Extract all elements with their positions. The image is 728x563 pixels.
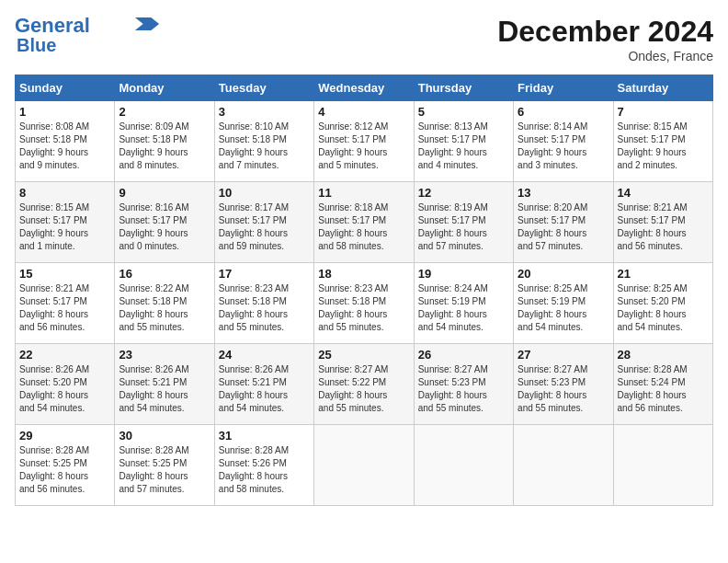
- calendar-cell: 10Sunrise: 8:17 AM Sunset: 5:17 PM Dayli…: [214, 182, 313, 263]
- month-title: December 2024: [497, 15, 713, 49]
- col-header-monday: Monday: [115, 75, 214, 101]
- day-info: Sunrise: 8:27 AM Sunset: 5:23 PM Dayligh…: [518, 363, 609, 415]
- day-info: Sunrise: 8:18 AM Sunset: 5:17 PM Dayligh…: [318, 201, 409, 253]
- day-number: 5: [418, 105, 509, 119]
- day-number: 8: [19, 186, 110, 200]
- col-header-tuesday: Tuesday: [214, 75, 313, 101]
- logo-text: General: [15, 15, 90, 37]
- calendar-cell: 6Sunrise: 8:14 AM Sunset: 5:17 PM Daylig…: [514, 101, 613, 182]
- day-info: Sunrise: 8:16 AM Sunset: 5:17 PM Dayligh…: [119, 201, 210, 253]
- calendar-cell: 3Sunrise: 8:10 AM Sunset: 5:18 PM Daylig…: [214, 101, 313, 182]
- day-number: 28: [618, 348, 709, 362]
- col-header-wednesday: Wednesday: [314, 75, 414, 101]
- day-info: Sunrise: 8:12 AM Sunset: 5:17 PM Dayligh…: [318, 121, 409, 172]
- day-number: 11: [318, 186, 409, 200]
- week-row-3: 15Sunrise: 8:21 AM Sunset: 5:17 PM Dayli…: [16, 263, 713, 344]
- day-info: Sunrise: 8:28 AM Sunset: 5:25 PM Dayligh…: [119, 444, 210, 496]
- logo-icon: [134, 17, 160, 30]
- day-info: Sunrise: 8:25 AM Sunset: 5:20 PM Dayligh…: [618, 282, 709, 334]
- calendar-cell: 18Sunrise: 8:23 AM Sunset: 5:18 PM Dayli…: [314, 263, 414, 344]
- day-number: 1: [19, 105, 110, 119]
- calendar-cell: 31Sunrise: 8:28 AM Sunset: 5:26 PM Dayli…: [214, 425, 313, 506]
- calendar-cell: 24Sunrise: 8:26 AM Sunset: 5:21 PM Dayli…: [214, 344, 313, 425]
- day-number: 13: [518, 186, 609, 200]
- day-info: Sunrise: 8:24 AM Sunset: 5:19 PM Dayligh…: [418, 282, 509, 334]
- day-info: Sunrise: 8:21 AM Sunset: 5:17 PM Dayligh…: [618, 201, 709, 253]
- calendar-cell: 8Sunrise: 8:15 AM Sunset: 5:17 PM Daylig…: [16, 182, 115, 263]
- calendar-cell: 29Sunrise: 8:28 AM Sunset: 5:25 PM Dayli…: [16, 425, 115, 506]
- calendar-cell: [314, 425, 414, 506]
- day-info: Sunrise: 8:23 AM Sunset: 5:18 PM Dayligh…: [219, 282, 310, 334]
- calendar-cell: 14Sunrise: 8:21 AM Sunset: 5:17 PM Dayli…: [613, 182, 712, 263]
- day-number: 26: [418, 348, 509, 362]
- day-number: 7: [618, 105, 709, 119]
- day-number: 25: [318, 348, 409, 362]
- day-info: Sunrise: 8:13 AM Sunset: 5:17 PM Dayligh…: [418, 121, 509, 172]
- logo: General Blue: [15, 15, 160, 55]
- day-number: 6: [518, 105, 609, 119]
- week-row-5: 29Sunrise: 8:28 AM Sunset: 5:25 PM Dayli…: [16, 425, 713, 506]
- col-header-sunday: Sunday: [16, 75, 115, 101]
- col-header-friday: Friday: [514, 75, 613, 101]
- calendar-cell: 15Sunrise: 8:21 AM Sunset: 5:17 PM Dayli…: [16, 263, 115, 344]
- calendar-cell: 16Sunrise: 8:22 AM Sunset: 5:18 PM Dayli…: [115, 263, 214, 344]
- col-header-saturday: Saturday: [613, 75, 712, 101]
- page-header: General Blue December 2024 Ondes, France: [15, 15, 713, 63]
- calendar-cell: [414, 425, 513, 506]
- day-number: 3: [219, 105, 310, 119]
- day-number: 10: [219, 186, 310, 200]
- day-number: 14: [618, 186, 709, 200]
- week-row-2: 8Sunrise: 8:15 AM Sunset: 5:17 PM Daylig…: [16, 182, 713, 263]
- day-info: Sunrise: 8:15 AM Sunset: 5:17 PM Dayligh…: [618, 121, 709, 172]
- day-info: Sunrise: 8:27 AM Sunset: 5:23 PM Dayligh…: [418, 363, 509, 415]
- day-info: Sunrise: 8:26 AM Sunset: 5:20 PM Dayligh…: [19, 363, 110, 415]
- day-info: Sunrise: 8:28 AM Sunset: 5:26 PM Dayligh…: [219, 444, 310, 496]
- day-info: Sunrise: 8:23 AM Sunset: 5:18 PM Dayligh…: [318, 282, 409, 334]
- day-number: 9: [119, 186, 210, 200]
- title-block: December 2024 Ondes, France: [497, 15, 713, 63]
- day-info: Sunrise: 8:28 AM Sunset: 5:25 PM Dayligh…: [19, 444, 110, 496]
- day-number: 21: [618, 267, 709, 281]
- day-number: 18: [318, 267, 409, 281]
- day-info: Sunrise: 8:26 AM Sunset: 5:21 PM Dayligh…: [119, 363, 210, 415]
- day-info: Sunrise: 8:28 AM Sunset: 5:24 PM Dayligh…: [618, 363, 709, 415]
- week-row-4: 22Sunrise: 8:26 AM Sunset: 5:20 PM Dayli…: [16, 344, 713, 425]
- calendar-cell: 1Sunrise: 8:08 AM Sunset: 5:18 PM Daylig…: [16, 101, 115, 182]
- day-info: Sunrise: 8:17 AM Sunset: 5:17 PM Dayligh…: [219, 201, 310, 253]
- calendar-cell: 12Sunrise: 8:19 AM Sunset: 5:17 PM Dayli…: [414, 182, 513, 263]
- day-info: Sunrise: 8:08 AM Sunset: 5:18 PM Dayligh…: [19, 121, 110, 172]
- calendar-cell: 4Sunrise: 8:12 AM Sunset: 5:17 PM Daylig…: [314, 101, 414, 182]
- day-info: Sunrise: 8:21 AM Sunset: 5:17 PM Dayligh…: [19, 282, 110, 334]
- day-info: Sunrise: 8:14 AM Sunset: 5:17 PM Dayligh…: [518, 121, 609, 172]
- calendar-cell: 2Sunrise: 8:09 AM Sunset: 5:18 PM Daylig…: [115, 101, 214, 182]
- calendar-cell: 22Sunrise: 8:26 AM Sunset: 5:20 PM Dayli…: [16, 344, 115, 425]
- calendar-cell: 13Sunrise: 8:20 AM Sunset: 5:17 PM Dayli…: [514, 182, 613, 263]
- calendar-cell: [514, 425, 613, 506]
- day-info: Sunrise: 8:09 AM Sunset: 5:18 PM Dayligh…: [119, 121, 210, 172]
- location: Ondes, France: [497, 49, 713, 63]
- calendar-cell: 7Sunrise: 8:15 AM Sunset: 5:17 PM Daylig…: [613, 101, 712, 182]
- day-number: 27: [518, 348, 609, 362]
- svg-marker-0: [135, 17, 159, 30]
- calendar-cell: 20Sunrise: 8:25 AM Sunset: 5:19 PM Dayli…: [514, 263, 613, 344]
- calendar-table: SundayMondayTuesdayWednesdayThursdayFrid…: [15, 75, 713, 506]
- day-number: 22: [19, 348, 110, 362]
- day-info: Sunrise: 8:15 AM Sunset: 5:17 PM Dayligh…: [19, 201, 110, 253]
- day-number: 23: [119, 348, 210, 362]
- calendar-cell: 23Sunrise: 8:26 AM Sunset: 5:21 PM Dayli…: [115, 344, 214, 425]
- day-info: Sunrise: 8:25 AM Sunset: 5:19 PM Dayligh…: [518, 282, 609, 334]
- calendar-cell: 27Sunrise: 8:27 AM Sunset: 5:23 PM Dayli…: [514, 344, 613, 425]
- day-number: 2: [119, 105, 210, 119]
- calendar-cell: 21Sunrise: 8:25 AM Sunset: 5:20 PM Dayli…: [613, 263, 712, 344]
- day-number: 4: [318, 105, 409, 119]
- day-number: 31: [219, 429, 310, 442]
- day-number: 24: [219, 348, 310, 362]
- week-row-1: 1Sunrise: 8:08 AM Sunset: 5:18 PM Daylig…: [16, 101, 713, 182]
- day-info: Sunrise: 8:19 AM Sunset: 5:17 PM Dayligh…: [418, 201, 509, 253]
- day-number: 19: [418, 267, 509, 281]
- calendar-cell: 25Sunrise: 8:27 AM Sunset: 5:22 PM Dayli…: [314, 344, 414, 425]
- calendar-cell: 9Sunrise: 8:16 AM Sunset: 5:17 PM Daylig…: [115, 182, 214, 263]
- day-number: 17: [219, 267, 310, 281]
- day-number: 30: [119, 429, 210, 442]
- calendar-cell: 17Sunrise: 8:23 AM Sunset: 5:18 PM Dayli…: [214, 263, 313, 344]
